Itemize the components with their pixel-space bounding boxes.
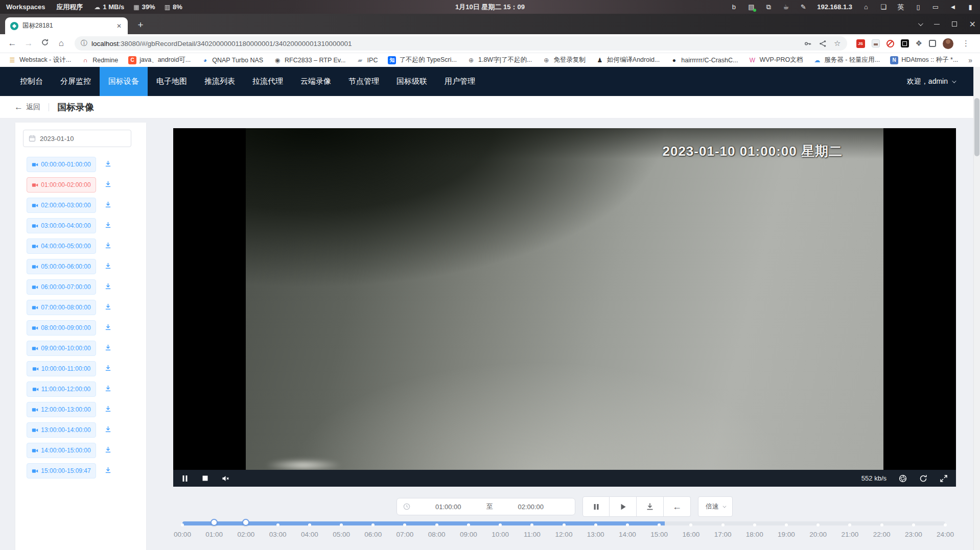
nav-item[interactable]: 用户管理 [436, 67, 484, 96]
site-info-icon[interactable]: ⓘ [81, 39, 87, 48]
recording-range-button[interactable]: 12:00:00-13:00:00 [27, 402, 96, 417]
download-extension-icon[interactable] [872, 39, 880, 47]
download-button[interactable] [103, 241, 113, 252]
input-method-indicator[interactable]: 英 [897, 4, 904, 11]
browser-tab[interactable]: 国标28181 ✕ [5, 17, 128, 34]
bing-icon[interactable]: b [730, 4, 737, 11]
recording-range-button[interactable]: 09:00:00-10:00:00 [27, 341, 96, 356]
new-tab-button[interactable]: + [134, 19, 147, 31]
share-icon[interactable] [819, 40, 827, 47]
window-maximize-button[interactable] [952, 21, 957, 27]
extensions-puzzle-icon[interactable]: ❖ [916, 39, 922, 48]
date-picker[interactable]: 2023-01-10 [23, 130, 131, 147]
window-close-button[interactable]: ✕ [969, 19, 976, 29]
scrollbar-thumb[interactable] [974, 98, 979, 156]
recording-range-button[interactable]: 00:00:00-01:00:00 [27, 157, 96, 172]
color-picker-icon[interactable]: ✎ [800, 4, 807, 11]
download-button[interactable] [103, 404, 113, 415]
nav-item[interactable]: 电子地图 [148, 67, 196, 96]
nav-item[interactable]: 分屏监控 [52, 67, 100, 96]
bookmark-item[interactable]: 知 了不起的 TypeScri... [388, 56, 457, 64]
recording-range-button[interactable]: 08:00:00-09:00:00 [27, 320, 96, 336]
download-button[interactable] [103, 281, 113, 293]
blocker-extension-icon[interactable] [886, 40, 894, 47]
tab-close-icon[interactable]: ✕ [115, 21, 123, 31]
bookmark-item[interactable]: W WVP-PRO文档 [748, 56, 803, 64]
bookmark-item[interactable]: N HDAtmos :: 种子 *... [890, 56, 958, 64]
bookmark-item[interactable]: ∩ Redmine [81, 56, 118, 64]
download-button[interactable] [103, 159, 113, 170]
battery-icon[interactable]: ▮ [967, 4, 974, 11]
start-time-value[interactable]: 01:00:00 [410, 503, 486, 511]
video-player[interactable]: 2023-01-10 01:00:00 星期二 552 kb/s [173, 128, 956, 487]
workspaces-menu[interactable]: Workspaces [6, 3, 45, 11]
volume-icon[interactable]: ◄ [949, 4, 956, 11]
download-button[interactable] [103, 220, 113, 231]
player-mute-button[interactable] [222, 473, 230, 484]
download-button[interactable] [103, 424, 113, 436]
recording-range-button[interactable]: 15:00:00-15:09:47 [27, 463, 96, 479]
bookmark-item[interactable]: ♟ 如何编译Android... [596, 56, 660, 64]
dark-reader-extension-icon[interactable] [901, 39, 909, 47]
bookmark-star-icon[interactable]: ☆ [834, 39, 841, 48]
speed-dropdown[interactable]: 倍速 [698, 496, 733, 517]
bookmarks-overflow-icon[interactable]: » [968, 56, 977, 64]
home-icon[interactable]: ⌂ [54, 38, 68, 49]
download-button[interactable] [103, 363, 113, 374]
nav-item[interactable]: 节点管理 [340, 67, 388, 96]
recording-range-button[interactable]: 13:00:00-14:00:00 [27, 422, 96, 438]
notes-icon[interactable]: ▤ [748, 4, 755, 11]
password-key-icon[interactable] [804, 40, 812, 47]
browser-menu-icon[interactable]: ⋮ [960, 39, 972, 48]
download-button[interactable] [103, 384, 113, 395]
download-button[interactable] [103, 445, 113, 456]
bookmark-item[interactable]: ☁ 服务器 - 轻量应用... [813, 56, 880, 64]
seek-back-button[interactable]: ← [664, 496, 691, 517]
tab-search-chevron-icon[interactable] [918, 21, 923, 26]
recording-range-button[interactable]: 04:00:00-05:00:00 [27, 238, 96, 254]
recording-range-button[interactable]: 01:00:00-02:00:00 [27, 177, 96, 193]
recording-range-button[interactable]: 07:00:00-08:00:00 [27, 300, 96, 315]
nav-item[interactable]: 国标级联 [388, 67, 436, 96]
nav-item[interactable]: 推流列表 [196, 67, 244, 96]
fullscreen-button[interactable] [940, 473, 948, 484]
profile-avatar[interactable] [943, 38, 953, 49]
snapshot-button[interactable] [899, 473, 907, 484]
download-button[interactable] [103, 322, 113, 333]
back-button[interactable]: ← 返回 [14, 102, 40, 112]
workspaces-switcher-icon[interactable]: ❏ [880, 4, 887, 11]
bookmark-item[interactable]: ⊕ 免登录复制 [542, 56, 586, 64]
bookmark-item[interactable]: ▰ IPC [356, 56, 378, 64]
bookmark-item[interactable]: ◉ RFC2833 – RTP Ev... [273, 56, 346, 64]
back-icon[interactable]: ← [5, 38, 19, 49]
nav-item[interactable]: 拉流代理 [244, 67, 292, 96]
download-button[interactable] [103, 343, 113, 354]
clipboard-icon[interactable]: ⧉ [765, 4, 772, 11]
nav-item[interactable]: 国标设备 [100, 67, 148, 96]
download-button[interactable] [103, 465, 113, 476]
recording-range-button[interactable]: 03:00:00-04:00:00 [27, 218, 96, 233]
player-pause-button[interactable] [181, 473, 189, 484]
page-scrollbar[interactable] [973, 67, 980, 550]
download-button[interactable] [103, 200, 113, 211]
download-button[interactable] [103, 302, 113, 313]
js-extension-icon[interactable]: JS [856, 39, 865, 48]
bookmark-item[interactable]: ⊕ 1.8W字|了不起的... [467, 56, 532, 64]
recording-range-button[interactable]: 05:00:00-06:00:00 [27, 259, 96, 274]
recording-range-button[interactable]: 11:00:00-12:00:00 [27, 381, 96, 397]
bookmark-item[interactable]: ● hairrrrrr/C-CrashC... [670, 56, 738, 64]
recording-range-button[interactable]: 06:00:00-07:00:00 [27, 279, 96, 295]
download-button[interactable] [103, 179, 113, 190]
recording-range-button[interactable]: 10:00:00-11:00:00 [27, 361, 96, 376]
nav-item[interactable]: 云端录像 [292, 67, 340, 96]
timeline-handle[interactable] [242, 519, 249, 526]
reload-icon[interactable] [38, 38, 52, 49]
play-button[interactable] [610, 496, 637, 517]
screenshot-extension-icon[interactable] [929, 40, 936, 47]
timeline-handle[interactable] [211, 519, 218, 526]
url-bar[interactable]: ⓘ localhost:38080/#/gbRecordDetail/34020… [75, 36, 847, 51]
bookmark-item[interactable]: ☰ Webstack - 设计... [8, 56, 71, 64]
end-time-value[interactable]: 02:00:00 [493, 503, 569, 511]
player-stop-button[interactable] [202, 473, 208, 484]
user-menu[interactable]: 欢迎，admin [907, 67, 973, 96]
